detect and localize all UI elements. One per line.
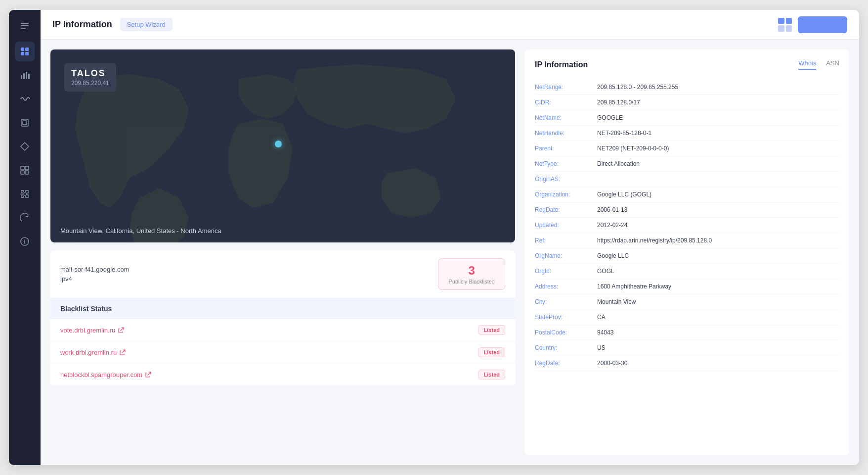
- whois-key: Ref:: [535, 237, 589, 244]
- status-badge: Listed: [478, 325, 505, 335]
- whois-value: 209.85.128.0/17: [597, 99, 640, 106]
- svg-rect-1: [21, 25, 29, 26]
- sidebar-item-layers[interactable]: [15, 113, 35, 133]
- whois-key: NetType:: [535, 160, 589, 167]
- external-link-icon: [145, 372, 151, 378]
- sidebar-item-analytics[interactable]: [15, 65, 35, 85]
- sidebar-item-refresh[interactable]: [15, 208, 35, 228]
- whois-key: OriginAS:: [535, 176, 589, 183]
- whois-value: Mountain View: [597, 298, 636, 305]
- svg-rect-9: [26, 72, 27, 79]
- whois-row: RegDate: 2000-03-30: [535, 356, 839, 371]
- whois-row: StateProv: CA: [535, 310, 839, 325]
- svg-rect-11: [21, 119, 28, 126]
- whois-row: NetType: Direct Allocation: [535, 156, 839, 172]
- sidebar-item-grid[interactable]: [15, 160, 35, 180]
- whois-value: NET-209-85-128-0-1: [597, 130, 651, 137]
- whois-key: Organization:: [535, 191, 589, 198]
- blacklist-label: Publicly Blacklisted: [448, 279, 495, 285]
- tab-whois[interactable]: Whois: [798, 59, 816, 70]
- blacklist-status-header: Blacklist Status: [50, 298, 515, 319]
- sidebar-item-info[interactable]: [15, 232, 35, 251]
- sidebar-item-puzzle[interactable]: [15, 184, 35, 204]
- svg-rect-4: [25, 48, 29, 51]
- whois-row: OriginAS:: [535, 172, 839, 187]
- list-item: work.drbl.gremlin.ru Listed: [50, 341, 515, 364]
- whois-value: Direct Allocation: [597, 160, 640, 167]
- whois-row: Organization: Google LLC (GOGL): [535, 187, 839, 202]
- blacklist-status-title: Blacklist Status: [60, 305, 112, 313]
- grid-view-icon[interactable]: [778, 18, 792, 32]
- svg-rect-3: [21, 48, 24, 51]
- whois-table: NetRange: 209.85.128.0 - 209.85.255.255 …: [535, 80, 839, 371]
- whois-key: NetName:: [535, 114, 589, 121]
- sidebar-item-diamond[interactable]: [15, 137, 35, 156]
- whois-value: https://rdap.arin.net/registry/ip/209.85…: [597, 237, 712, 244]
- map-container: TALOS 209.85.220.41 Mountain View, Calif…: [50, 49, 515, 242]
- list-item: vote.drbl.gremlin.ru Listed: [50, 319, 515, 341]
- whois-value: 2012-02-24: [597, 222, 627, 229]
- blacklist-items: vote.drbl.gremlin.ru Listed work.drbl.gr…: [50, 319, 515, 386]
- blacklist-link[interactable]: vote.drbl.gremlin.ru: [60, 327, 124, 334]
- map-location-dot: [275, 141, 282, 147]
- sidebar-item-wave[interactable]: [15, 89, 35, 109]
- whois-value: Google LLC (GOGL): [597, 191, 651, 198]
- svg-rect-17: [25, 171, 29, 174]
- whois-key: RegDate:: [535, 360, 589, 367]
- whois-key: Address:: [535, 283, 589, 290]
- whois-key: RegDate:: [535, 206, 589, 213]
- whois-key: Country:: [535, 344, 589, 351]
- tab-asn[interactable]: ASN: [826, 59, 839, 70]
- whois-row: Address: 1600 Amphitheatre Parkway: [535, 279, 839, 294]
- setup-wizard-button[interactable]: Setup Wizard: [120, 18, 173, 31]
- whois-key: OrgId:: [535, 268, 589, 275]
- whois-row: Ref: https://rdap.arin.net/registry/ip/2…: [535, 233, 839, 248]
- whois-key: CIDR:: [535, 99, 589, 106]
- whois-row: PostalCode: 94043: [535, 325, 839, 340]
- svg-rect-14: [21, 166, 24, 170]
- external-link-icon: [118, 327, 124, 333]
- whois-value: GOGL: [597, 268, 614, 275]
- whois-value: Google LLC: [597, 252, 629, 259]
- sidebar: [9, 10, 41, 465]
- whois-value: 209.85.128.0 - 209.85.255.255: [597, 84, 678, 91]
- whois-key: OrgName:: [535, 252, 589, 259]
- whois-row: NetName: GOOGLE: [535, 110, 839, 126]
- info-section: mail-sor-f41.google.com ipv4 3 Publicly …: [50, 250, 515, 386]
- header-action-button[interactable]: [798, 16, 847, 33]
- svg-rect-12: [23, 121, 27, 125]
- whois-key: PostalCode:: [535, 329, 589, 336]
- map-location-label: Mountain View, California, United States…: [60, 227, 221, 235]
- talos-title: TALOS: [71, 68, 109, 79]
- right-panel-title: IP Information: [535, 60, 588, 69]
- whois-key: Parent:: [535, 145, 589, 152]
- content-area: TALOS 209.85.220.41 Mountain View, Calif…: [41, 40, 859, 465]
- svg-rect-0: [21, 23, 29, 24]
- svg-rect-5: [21, 52, 24, 55]
- whois-row: Updated: 2012-02-24: [535, 218, 839, 233]
- tabs: Whois ASN: [798, 59, 839, 70]
- whois-value: 1600 Amphitheatre Parkway: [597, 283, 671, 290]
- whois-row: City: Mountain View: [535, 294, 839, 310]
- blacklist-link[interactable]: netblockbl.spamgrouper.com: [60, 371, 151, 379]
- svg-marker-13: [21, 142, 29, 150]
- talos-badge: TALOS 209.85.220.41: [64, 63, 116, 92]
- whois-key: StateProv:: [535, 314, 589, 321]
- whois-row: Country: US: [535, 340, 839, 356]
- ip-version-label: ipv4: [60, 275, 129, 283]
- whois-row: OrgId: GOGL: [535, 264, 839, 279]
- page-title: IP Information: [52, 19, 112, 30]
- whois-row: NetRange: 209.85.128.0 - 209.85.255.255: [535, 80, 839, 95]
- sidebar-toggle[interactable]: [17, 18, 33, 34]
- whois-value: 94043: [597, 329, 613, 336]
- whois-value: NET209 (NET-209-0-0-0-0): [597, 145, 669, 152]
- blacklist-link[interactable]: work.drbl.gremlin.ru: [60, 349, 126, 356]
- whois-value: US: [597, 344, 606, 351]
- main-content: IP Information Setup Wizard: [41, 10, 859, 465]
- blacklist-count: 3: [448, 264, 495, 278]
- sidebar-item-home[interactable]: [15, 42, 35, 61]
- whois-row: OrgName: Google LLC: [535, 248, 839, 264]
- info-top: mail-sor-f41.google.com ipv4 3 Publicly …: [50, 250, 515, 298]
- info-hostnames: mail-sor-f41.google.com ipv4: [60, 266, 129, 283]
- right-panel: IP Information Whois ASN NetRange: 209.8…: [525, 49, 849, 455]
